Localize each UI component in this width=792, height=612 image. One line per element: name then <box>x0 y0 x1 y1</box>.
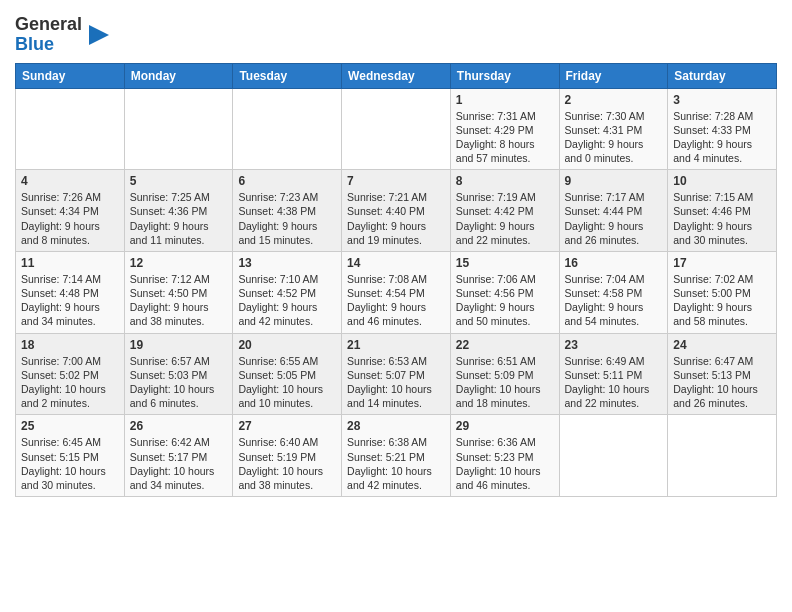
calendar-cell: 6Sunrise: 7:23 AM Sunset: 4:38 PM Daylig… <box>233 170 342 252</box>
calendar-cell <box>124 88 233 170</box>
day-info: Sunrise: 6:55 AM Sunset: 5:05 PM Dayligh… <box>238 354 336 411</box>
calendar-cell: 28Sunrise: 6:38 AM Sunset: 5:21 PM Dayli… <box>342 415 451 497</box>
day-info: Sunrise: 6:42 AM Sunset: 5:17 PM Dayligh… <box>130 435 228 492</box>
day-info: Sunrise: 7:26 AM Sunset: 4:34 PM Dayligh… <box>21 190 119 247</box>
calendar-cell: 13Sunrise: 7:10 AM Sunset: 4:52 PM Dayli… <box>233 251 342 333</box>
logo-general: General <box>15 14 82 34</box>
day-number: 17 <box>673 256 771 270</box>
day-number: 28 <box>347 419 445 433</box>
calendar-cell: 17Sunrise: 7:02 AM Sunset: 5:00 PM Dayli… <box>668 251 777 333</box>
day-number: 4 <box>21 174 119 188</box>
day-number: 13 <box>238 256 336 270</box>
calendar-cell <box>233 88 342 170</box>
calendar-cell: 8Sunrise: 7:19 AM Sunset: 4:42 PM Daylig… <box>450 170 559 252</box>
calendar-week-row: 4Sunrise: 7:26 AM Sunset: 4:34 PM Daylig… <box>16 170 777 252</box>
day-info: Sunrise: 6:53 AM Sunset: 5:07 PM Dayligh… <box>347 354 445 411</box>
day-number: 10 <box>673 174 771 188</box>
day-number: 20 <box>238 338 336 352</box>
day-info: Sunrise: 7:17 AM Sunset: 4:44 PM Dayligh… <box>565 190 663 247</box>
day-of-week-header: Tuesday <box>233 63 342 88</box>
logo-blue: Blue <box>15 34 54 54</box>
calendar-cell: 18Sunrise: 7:00 AM Sunset: 5:02 PM Dayli… <box>16 333 125 415</box>
day-number: 7 <box>347 174 445 188</box>
day-info: Sunrise: 6:36 AM Sunset: 5:23 PM Dayligh… <box>456 435 554 492</box>
calendar-cell: 24Sunrise: 6:47 AM Sunset: 5:13 PM Dayli… <box>668 333 777 415</box>
svg-marker-0 <box>89 25 109 45</box>
day-number: 16 <box>565 256 663 270</box>
calendar-cell: 4Sunrise: 7:26 AM Sunset: 4:34 PM Daylig… <box>16 170 125 252</box>
calendar-cell: 2Sunrise: 7:30 AM Sunset: 4:31 PM Daylig… <box>559 88 668 170</box>
logo: General Blue <box>15 15 113 55</box>
calendar-cell: 3Sunrise: 7:28 AM Sunset: 4:33 PM Daylig… <box>668 88 777 170</box>
day-number: 22 <box>456 338 554 352</box>
calendar-week-row: 11Sunrise: 7:14 AM Sunset: 4:48 PM Dayli… <box>16 251 777 333</box>
calendar-cell <box>668 415 777 497</box>
day-of-week-header: Friday <box>559 63 668 88</box>
calendar-cell: 23Sunrise: 6:49 AM Sunset: 5:11 PM Dayli… <box>559 333 668 415</box>
day-number: 25 <box>21 419 119 433</box>
day-number: 26 <box>130 419 228 433</box>
calendar-cell: 22Sunrise: 6:51 AM Sunset: 5:09 PM Dayli… <box>450 333 559 415</box>
calendar-body: 1Sunrise: 7:31 AM Sunset: 4:29 PM Daylig… <box>16 88 777 496</box>
day-info: Sunrise: 7:30 AM Sunset: 4:31 PM Dayligh… <box>565 109 663 166</box>
day-info: Sunrise: 6:40 AM Sunset: 5:19 PM Dayligh… <box>238 435 336 492</box>
calendar-cell: 11Sunrise: 7:14 AM Sunset: 4:48 PM Dayli… <box>16 251 125 333</box>
day-number: 8 <box>456 174 554 188</box>
calendar-cell <box>559 415 668 497</box>
calendar-week-row: 18Sunrise: 7:00 AM Sunset: 5:02 PM Dayli… <box>16 333 777 415</box>
day-info: Sunrise: 6:51 AM Sunset: 5:09 PM Dayligh… <box>456 354 554 411</box>
logo-icon <box>85 21 113 49</box>
day-info: Sunrise: 7:14 AM Sunset: 4:48 PM Dayligh… <box>21 272 119 329</box>
calendar-week-row: 1Sunrise: 7:31 AM Sunset: 4:29 PM Daylig… <box>16 88 777 170</box>
calendar-cell: 1Sunrise: 7:31 AM Sunset: 4:29 PM Daylig… <box>450 88 559 170</box>
calendar-cell: 14Sunrise: 7:08 AM Sunset: 4:54 PM Dayli… <box>342 251 451 333</box>
calendar-cell: 16Sunrise: 7:04 AM Sunset: 4:58 PM Dayli… <box>559 251 668 333</box>
day-number: 19 <box>130 338 228 352</box>
calendar-cell: 7Sunrise: 7:21 AM Sunset: 4:40 PM Daylig… <box>342 170 451 252</box>
calendar: SundayMondayTuesdayWednesdayThursdayFrid… <box>15 63 777 497</box>
day-number: 27 <box>238 419 336 433</box>
day-number: 5 <box>130 174 228 188</box>
day-info: Sunrise: 7:21 AM Sunset: 4:40 PM Dayligh… <box>347 190 445 247</box>
day-info: Sunrise: 7:28 AM Sunset: 4:33 PM Dayligh… <box>673 109 771 166</box>
day-number: 9 <box>565 174 663 188</box>
day-of-week-header: Thursday <box>450 63 559 88</box>
calendar-cell: 26Sunrise: 6:42 AM Sunset: 5:17 PM Dayli… <box>124 415 233 497</box>
calendar-cell: 9Sunrise: 7:17 AM Sunset: 4:44 PM Daylig… <box>559 170 668 252</box>
day-number: 3 <box>673 93 771 107</box>
calendar-cell: 5Sunrise: 7:25 AM Sunset: 4:36 PM Daylig… <box>124 170 233 252</box>
day-number: 15 <box>456 256 554 270</box>
header: General Blue <box>15 10 777 55</box>
day-info: Sunrise: 7:25 AM Sunset: 4:36 PM Dayligh… <box>130 190 228 247</box>
day-info: Sunrise: 6:38 AM Sunset: 5:21 PM Dayligh… <box>347 435 445 492</box>
day-number: 1 <box>456 93 554 107</box>
calendar-cell: 29Sunrise: 6:36 AM Sunset: 5:23 PM Dayli… <box>450 415 559 497</box>
day-info: Sunrise: 7:23 AM Sunset: 4:38 PM Dayligh… <box>238 190 336 247</box>
day-number: 24 <box>673 338 771 352</box>
day-info: Sunrise: 7:06 AM Sunset: 4:56 PM Dayligh… <box>456 272 554 329</box>
day-of-week-header: Saturday <box>668 63 777 88</box>
day-info: Sunrise: 7:15 AM Sunset: 4:46 PM Dayligh… <box>673 190 771 247</box>
calendar-cell <box>342 88 451 170</box>
day-info: Sunrise: 7:00 AM Sunset: 5:02 PM Dayligh… <box>21 354 119 411</box>
day-info: Sunrise: 7:31 AM Sunset: 4:29 PM Dayligh… <box>456 109 554 166</box>
calendar-cell: 25Sunrise: 6:45 AM Sunset: 5:15 PM Dayli… <box>16 415 125 497</box>
day-number: 14 <box>347 256 445 270</box>
day-number: 21 <box>347 338 445 352</box>
day-number: 2 <box>565 93 663 107</box>
day-number: 11 <box>21 256 119 270</box>
day-number: 23 <box>565 338 663 352</box>
day-info: Sunrise: 6:47 AM Sunset: 5:13 PM Dayligh… <box>673 354 771 411</box>
calendar-week-row: 25Sunrise: 6:45 AM Sunset: 5:15 PM Dayli… <box>16 415 777 497</box>
day-info: Sunrise: 7:10 AM Sunset: 4:52 PM Dayligh… <box>238 272 336 329</box>
day-info: Sunrise: 6:57 AM Sunset: 5:03 PM Dayligh… <box>130 354 228 411</box>
day-of-week-header: Sunday <box>16 63 125 88</box>
calendar-cell: 12Sunrise: 7:12 AM Sunset: 4:50 PM Dayli… <box>124 251 233 333</box>
day-info: Sunrise: 6:45 AM Sunset: 5:15 PM Dayligh… <box>21 435 119 492</box>
calendar-cell: 27Sunrise: 6:40 AM Sunset: 5:19 PM Dayli… <box>233 415 342 497</box>
calendar-cell: 19Sunrise: 6:57 AM Sunset: 5:03 PM Dayli… <box>124 333 233 415</box>
day-number: 18 <box>21 338 119 352</box>
day-number: 12 <box>130 256 228 270</box>
calendar-cell: 21Sunrise: 6:53 AM Sunset: 5:07 PM Dayli… <box>342 333 451 415</box>
calendar-header-row: SundayMondayTuesdayWednesdayThursdayFrid… <box>16 63 777 88</box>
